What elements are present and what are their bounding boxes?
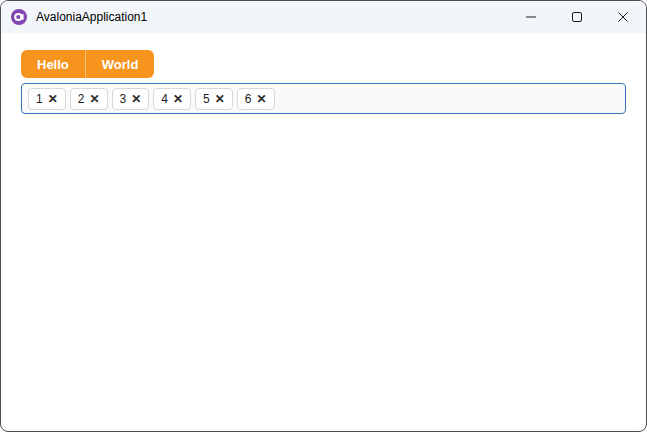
chip-remove-icon[interactable]: ✕ xyxy=(48,93,58,105)
chip-3: 3 ✕ xyxy=(112,88,150,110)
maximize-button[interactable] xyxy=(554,1,600,33)
chip-4: 4 ✕ xyxy=(153,88,191,110)
chip-2: 2 ✕ xyxy=(70,88,108,110)
avalonia-logo-icon xyxy=(11,9,27,25)
chip-5: 5 ✕ xyxy=(195,88,233,110)
minimize-icon xyxy=(526,12,536,22)
chip-label: 6 xyxy=(245,93,252,105)
chip-label: 5 xyxy=(203,93,210,105)
tab-world[interactable]: World xyxy=(85,50,155,78)
chip-label: 3 xyxy=(120,93,127,105)
chip-remove-icon[interactable]: ✕ xyxy=(173,93,183,105)
main-content: Hello World 1 ✕ 2 ✕ 3 ✕ 4 ✕ 5 ✕ xyxy=(1,33,646,114)
close-icon xyxy=(618,12,628,22)
maximize-icon xyxy=(572,12,582,22)
chip-input[interactable]: 1 ✕ 2 ✕ 3 ✕ 4 ✕ 5 ✕ 6 ✕ xyxy=(21,83,626,114)
tabstrip: Hello World xyxy=(21,50,154,78)
chip-label: 4 xyxy=(161,93,168,105)
chip-remove-icon[interactable]: ✕ xyxy=(89,93,99,105)
chip-remove-icon[interactable]: ✕ xyxy=(215,93,225,105)
app-window: AvaloniaApplication1 Hello xyxy=(0,0,647,432)
chip-label: 2 xyxy=(78,93,85,105)
minimize-button[interactable] xyxy=(508,1,554,33)
titlebar[interactable]: AvaloniaApplication1 xyxy=(1,1,646,33)
window-controls xyxy=(508,1,646,33)
chip-6: 6 ✕ xyxy=(237,88,275,110)
window-title: AvaloniaApplication1 xyxy=(36,10,147,24)
close-button[interactable] xyxy=(600,1,646,33)
chip-remove-icon[interactable]: ✕ xyxy=(256,93,266,105)
tab-hello[interactable]: Hello xyxy=(21,50,85,78)
chip-1: 1 ✕ xyxy=(28,88,66,110)
chip-label: 1 xyxy=(36,93,43,105)
chip-remove-icon[interactable]: ✕ xyxy=(131,93,141,105)
